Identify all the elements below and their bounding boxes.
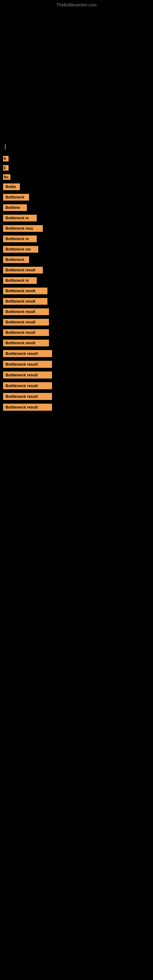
list-item: Bottleneck result: [3, 393, 150, 400]
list-item: Bottleneck result: [3, 404, 150, 411]
list-item: Bottlene: [3, 204, 150, 211]
list-item: Bottle: [3, 183, 150, 190]
bottleneck-badge: Bottleneck result: [3, 340, 49, 346]
list-item: Bottleneck resu: [3, 225, 150, 232]
list-item: E: [3, 165, 150, 170]
bottleneck-badge: Bottleneck: [3, 256, 29, 263]
bottleneck-badge: Bottleneck result: [3, 371, 52, 379]
bottleneck-badge: Bottleneck result: [3, 288, 48, 294]
list-item: Bottleneck result: [3, 361, 150, 368]
cursor: |: [5, 143, 150, 150]
bottleneck-badge: Bottleneck result: [3, 298, 48, 305]
list-item: Bottleneck re: [3, 215, 150, 221]
items-container: BEBoBottleBottleneckBottleneBottleneck r…: [3, 156, 150, 411]
list-item: B: [3, 156, 150, 161]
site-title: TheBottlenecker.com: [0, 0, 153, 9]
bottleneck-badge: Bottleneck result: [3, 361, 52, 368]
list-item: Bottleneck result: [3, 298, 150, 305]
list-item: Bottleneck result: [3, 267, 150, 274]
list-item: Bottleneck result: [3, 340, 150, 346]
bottleneck-badge: Bottleneck re: [3, 277, 37, 284]
bottleneck-badge: Bottle: [3, 183, 20, 190]
list-item: Bottleneck result: [3, 350, 150, 357]
list-item: Bottleneck result: [3, 309, 150, 315]
bottleneck-badge: Bottleneck result: [3, 404, 52, 411]
bottleneck-badge: Bottleneck result: [3, 350, 52, 357]
bottleneck-badge: Bottleneck res: [3, 246, 38, 253]
list-item: Bottleneck: [3, 256, 150, 263]
bottleneck-badge: Bottleneck result: [3, 267, 43, 274]
list-item: Bottleneck: [3, 194, 150, 200]
bottleneck-badge: Bottleneck result: [3, 319, 49, 326]
bottleneck-badge: Bottleneck resu: [3, 225, 43, 232]
list-item: Bottleneck re: [3, 235, 150, 242]
main-content: | BEBoBottleBottleneckBottleneBottleneck…: [0, 143, 153, 411]
list-item: Bottleneck result: [3, 329, 150, 336]
bottleneck-badge: Bottleneck result: [3, 382, 52, 389]
bottleneck-badge: Bottleneck re: [3, 215, 37, 221]
bottleneck-badge: Bottleneck result: [3, 309, 49, 315]
bottleneck-badge: Bottleneck result: [3, 329, 49, 336]
bottleneck-badge: Bottleneck result: [3, 393, 52, 400]
bottleneck-badge: Bo: [3, 174, 10, 180]
bottleneck-badge: Bottleneck re: [3, 235, 37, 242]
list-item: Bo: [3, 174, 150, 180]
list-item: Bottleneck result: [3, 382, 150, 389]
site-header: TheBottlenecker.com: [0, 0, 153, 9]
bottleneck-badge: Bottlene: [3, 204, 27, 211]
list-item: Bottleneck result: [3, 319, 150, 326]
bottleneck-badge: Bottleneck: [3, 194, 29, 200]
list-item: Bottleneck res: [3, 246, 150, 253]
list-item: Bottleneck result: [3, 371, 150, 379]
list-item: Bottleneck re: [3, 277, 150, 284]
bottleneck-badge: B: [3, 156, 9, 161]
bottleneck-badge: E: [3, 165, 9, 170]
list-item: Bottleneck result: [3, 288, 150, 294]
